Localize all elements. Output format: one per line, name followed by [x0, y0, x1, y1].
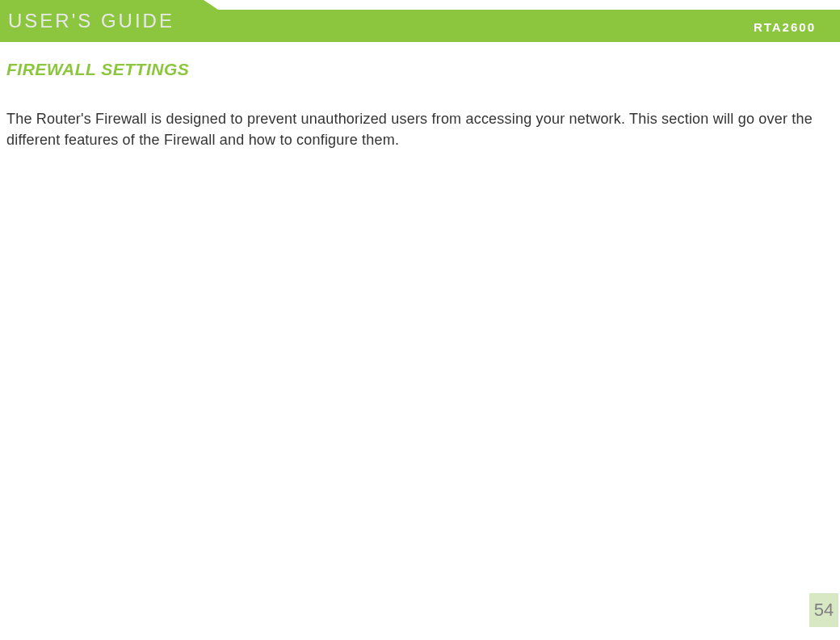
page-number-box: 54: [809, 593, 838, 627]
model-code: RTA2600: [754, 20, 816, 34]
page-number: 54: [814, 600, 834, 621]
section-title: FIREWALL SETTINGS: [6, 60, 834, 79]
section-body: The Router's Firewall is designed to pre…: [6, 108, 834, 150]
header-band: USER'S GUIDE RTA2600: [0, 0, 840, 42]
page-content: FIREWALL SETTINGS The Router's Firewall …: [0, 42, 840, 150]
guide-title: USER'S GUIDE: [8, 10, 174, 32]
